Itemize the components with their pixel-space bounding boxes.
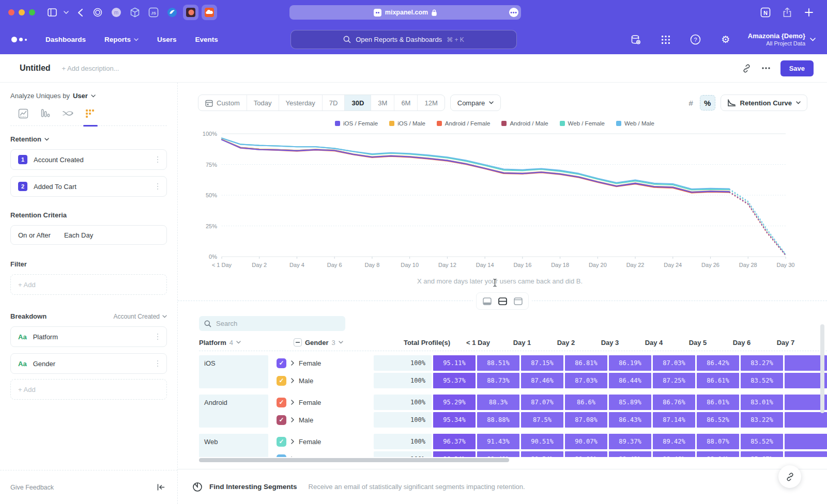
day-column-header[interactable]: Day 2 — [545, 339, 587, 346]
apps-grid-icon[interactable] — [658, 32, 673, 48]
legend-item[interactable]: iOS / Female — [335, 120, 378, 127]
expand-row-icon[interactable] — [291, 417, 294, 422]
retention-step-b[interactable]: 2 Added To Cart — [10, 176, 167, 197]
total-profiles-header[interactable]: Total Profile(s) — [397, 339, 455, 346]
series-checkbox[interactable]: ✓ — [277, 454, 286, 458]
add-breakdown-button[interactable]: + Add — [10, 379, 167, 400]
window-controls[interactable] — [8, 9, 35, 15]
extension-target-icon[interactable] — [90, 5, 105, 20]
day-column-header[interactable]: Day 5 — [677, 339, 719, 346]
report-title[interactable]: Untitled — [20, 64, 51, 73]
more-options-icon[interactable] — [762, 67, 770, 69]
settings-gear-icon[interactable]: ⚙ — [718, 32, 733, 48]
global-search-button[interactable]: Open Reports & Dashboards ⌘ + K — [290, 30, 517, 49]
legend-item[interactable]: Android / Male — [501, 120, 548, 127]
series-checkbox[interactable]: ✓ — [277, 358, 286, 368]
platform-column-header[interactable]: Platform 4 — [199, 339, 292, 346]
range-yesterday[interactable]: Yesterday — [279, 95, 322, 111]
segments-footer-title[interactable]: Find Interesting Segments — [209, 483, 297, 491]
back-button[interactable] — [72, 5, 88, 20]
tab-funnels-icon[interactable] — [40, 108, 51, 119]
tab-flows-icon[interactable] — [62, 108, 73, 119]
expand-row-icon[interactable] — [291, 439, 294, 444]
range-3m[interactable]: 3M — [371, 95, 394, 111]
collapse-all-checkbox[interactable] — [294, 338, 302, 346]
series-checkbox[interactable]: ✓ — [277, 437, 286, 447]
legend-item[interactable]: Android / Female — [437, 120, 491, 127]
day-column-header[interactable]: Day 4 — [633, 339, 675, 346]
extension-reader-icon[interactable] — [183, 5, 198, 20]
series-checkbox[interactable]: ✓ — [277, 398, 286, 407]
range-today[interactable]: Today — [247, 95, 279, 111]
expand-row-icon[interactable] — [291, 456, 294, 457]
extension-cube-icon[interactable] — [127, 5, 143, 20]
series-checkbox[interactable]: ✓ — [277, 415, 286, 425]
day-column-header[interactable]: Day 7 — [764, 339, 807, 346]
expand-row-icon[interactable] — [291, 400, 294, 405]
percentage-toggle[interactable]: % — [700, 95, 715, 111]
gender-column-header[interactable]: Gender 3 — [294, 338, 396, 346]
day-column-header[interactable]: Day 6 — [721, 339, 763, 346]
criteria-mode[interactable]: On or After — [18, 231, 51, 239]
share-link-fab[interactable] — [778, 465, 801, 488]
kebab-menu-icon[interactable] — [155, 358, 161, 369]
breakdown-platform[interactable]: Aa Platform — [10, 326, 167, 347]
kebab-menu-icon[interactable] — [155, 332, 161, 342]
kebab-menu-icon[interactable] — [155, 181, 161, 192]
breakdown-gender[interactable]: Aa Gender — [10, 353, 167, 374]
table-only-view-button[interactable] — [511, 295, 525, 307]
day-column-header[interactable]: Day 1 — [501, 339, 543, 346]
give-feedback-link[interactable]: Give Feedback — [10, 484, 54, 491]
extension-cloud-icon[interactable] — [202, 5, 217, 20]
legend-item[interactable]: Web / Male — [616, 120, 654, 127]
nav-item-dashboards[interactable]: Dashboards — [45, 36, 86, 43]
breakdown-event-selector[interactable]: Account Created — [114, 313, 167, 320]
sidebar-toggle-icon[interactable] — [44, 5, 60, 20]
chart-only-view-button[interactable] — [480, 295, 494, 307]
expand-row-icon[interactable] — [291, 360, 294, 366]
url-bar[interactable]: mixpanel.com ••• — [289, 5, 521, 20]
notion-icon[interactable]: N — [758, 5, 773, 20]
maximize-window-button[interactable] — [29, 9, 35, 15]
range-30d[interactable]: 30D — [344, 95, 371, 111]
range-6m[interactable]: 6M — [394, 95, 417, 111]
table-search[interactable] — [199, 316, 345, 331]
close-window-button[interactable] — [8, 9, 14, 15]
legend-item[interactable]: Web / Female — [560, 120, 605, 127]
chart-type-selector[interactable]: Retention Curve — [721, 94, 807, 111]
criteria-interval[interactable]: Each Day — [64, 231, 93, 239]
nav-item-reports[interactable]: Reports — [104, 36, 139, 43]
chevron-down-icon[interactable] — [62, 5, 70, 20]
range-custom[interactable]: Custom — [198, 95, 247, 111]
legend-item[interactable]: iOS / Male — [389, 120, 425, 127]
extension-m-icon[interactable]: m — [109, 5, 124, 20]
tab-retention-icon[interactable] — [84, 108, 96, 119]
day-column-header[interactable]: Day 3 — [589, 339, 631, 346]
retention-section-header[interactable]: Retention — [10, 135, 41, 143]
retention-criteria-selector[interactable]: On or After Each Day — [10, 225, 167, 245]
minimize-window-button[interactable] — [19, 9, 25, 15]
absolute-numbers-toggle[interactable]: # — [683, 95, 699, 111]
new-tab-icon[interactable] — [801, 5, 817, 20]
extension-js-icon[interactable]: JS — [146, 5, 161, 20]
add-filter-button[interactable]: + Add — [10, 274, 167, 295]
share-icon[interactable] — [779, 5, 795, 20]
tab-insights-icon[interactable] — [18, 108, 29, 119]
retention-step-a[interactable]: 1 Account Created — [10, 149, 167, 170]
compare-button[interactable]: Compare — [450, 94, 501, 111]
collapse-sidebar-icon[interactable] — [157, 484, 165, 491]
table-search-input[interactable] — [216, 320, 335, 327]
kebab-menu-icon[interactable] — [155, 154, 161, 165]
url-more-button[interactable]: ••• — [509, 8, 518, 17]
help-icon[interactable]: ? — [688, 32, 703, 48]
series-checkbox[interactable]: ✓ — [277, 376, 286, 386]
day-column-header[interactable]: < 1 Day — [457, 339, 499, 346]
mixpanel-logo[interactable] — [11, 37, 27, 42]
expand-row-icon[interactable] — [291, 378, 294, 383]
range-7d[interactable]: 7D — [322, 95, 345, 111]
nav-item-users[interactable]: Users — [157, 36, 177, 43]
add-description[interactable]: + Add description... — [62, 65, 119, 72]
split-view-button[interactable] — [496, 295, 509, 307]
horizontal-scrollbar-thumb[interactable] — [199, 458, 509, 462]
extension-bird-icon[interactable] — [164, 5, 180, 20]
